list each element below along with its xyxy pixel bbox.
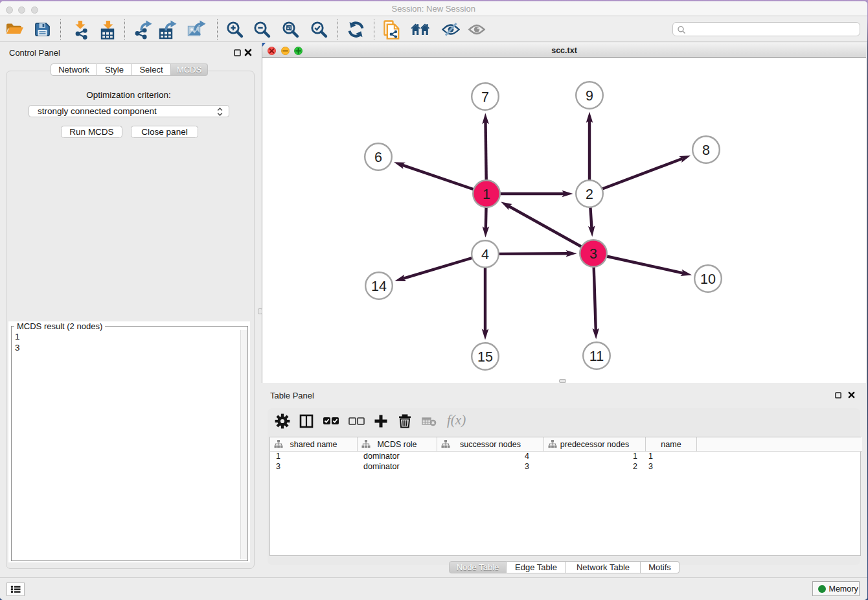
svg-text:6: 6 <box>374 150 382 165</box>
svg-text:3: 3 <box>589 246 597 262</box>
svg-text:14: 14 <box>371 279 387 294</box>
svg-text:1: 1 <box>483 187 490 202</box>
svg-text:2: 2 <box>586 187 593 202</box>
svg-text:7: 7 <box>481 89 489 105</box>
svg-text:11: 11 <box>589 349 604 364</box>
svg-text:4: 4 <box>481 247 489 262</box>
svg-text:8: 8 <box>702 143 710 158</box>
svg-text:15: 15 <box>477 349 493 365</box>
svg-text:9: 9 <box>586 88 593 104</box>
svg-text:10: 10 <box>700 271 716 287</box>
